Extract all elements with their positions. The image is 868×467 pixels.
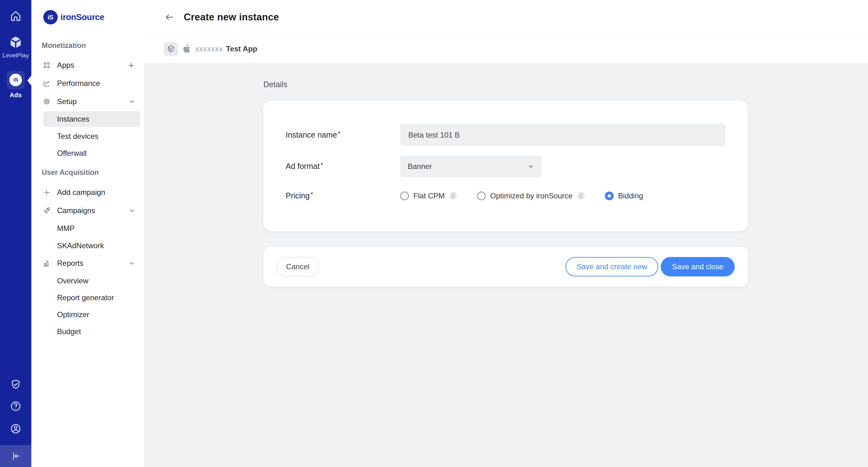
radio-unselected-icon[interactable] [400,192,409,200]
active-product-pointer [27,75,31,86]
sidebar-item-label: Report generator [57,293,114,302]
required-mark: * [338,130,341,137]
main-area: Create new instance xxxxxxx Test App [144,0,868,467]
ad-format-selected-value: Banner [408,162,432,171]
sidebar-item-label: Add campaign [57,188,105,197]
info-icon[interactable]: i [577,192,585,200]
save-and-create-new-button[interactable]: Save and create new [565,257,658,276]
performance-chart-icon [43,79,51,88]
page-content: Details Instance name* Ad format* Banner [144,63,868,467]
brand-logo[interactable]: iS ironSource [31,0,144,34]
ad-format-row: Ad format* Banner [286,156,725,177]
pricing-label: Pricing* [286,191,400,200]
sidebar-item-setup[interactable]: Setup [31,93,144,111]
collapse-sidebar-icon [10,451,21,462]
product-rail: LevelPlay iS Ads [0,0,31,467]
section-header-user-acquisition: User Acquisition [31,166,144,179]
sidebar-item-overview[interactable]: Overview [31,272,144,289]
levelplay-unity-icon [8,35,23,49]
home-icon [9,9,22,23]
rail-label-ads: Ads [10,92,22,99]
sidebar-item-label: Performance [57,79,100,88]
sidebar-item-label: Budget [57,327,81,336]
help-button[interactable] [0,400,31,412]
radio-unselected-icon[interactable] [477,192,486,200]
sidebar-item-label: Setup [57,97,77,106]
info-icon[interactable]: i [449,192,457,200]
cancel-button[interactable]: Cancel [276,257,319,276]
pricing-option-label: Optimized by ironSource [490,192,572,200]
brand-name: ironSource [61,12,104,22]
chevron-down-icon[interactable] [128,207,135,214]
back-button[interactable] [164,11,175,23]
app-context-bar: xxxxxxx Test App [144,34,868,63]
sidebar-item-label: Optimizer [57,310,89,319]
app-icon-placeholder [164,42,178,56]
apple-platform-icon [183,44,190,53]
instance-name-label: Instance name* [286,130,400,139]
sidebar-item-skadnetwork[interactable]: SKAdNetwork [31,237,144,254]
sidebar-item-mmp[interactable]: MMP [31,220,144,237]
sidebar-item-apps[interactable]: Apps [31,56,144,74]
sidebar-item-optimizer[interactable]: Optimizer [31,306,144,323]
rail-item-ads[interactable]: iS Ads [0,71,31,99]
required-mark: * [310,191,313,198]
sidebar-item-label: Campaigns [57,206,95,215]
sidebar-item-instances[interactable]: Instances [43,111,140,127]
pricing-option-optimized[interactable]: Optimized by ironSource i [477,192,585,200]
instance-name-row: Instance name* [286,124,725,146]
radio-selected-icon[interactable] [605,192,614,200]
cube-icon [167,44,175,53]
add-app-button[interactable] [127,61,135,69]
pricing-options: Flat CPM i Optimized by ironSource i Bid… [400,192,643,200]
sidebar-item-budget[interactable]: Budget [31,323,144,340]
pricing-option-label: Bidding [618,192,643,200]
details-card: Instance name* Ad format* Banner [264,101,748,231]
sidebar-item-test-devices[interactable]: Test devices [31,128,144,145]
rocket-icon [43,206,51,215]
pricing-option-bidding[interactable]: Bidding [605,192,643,200]
account-icon [10,423,22,435]
app-id-masked: xxxxxxx [195,44,223,53]
page-title: Create new instance [184,11,279,23]
sidebar-item-campaigns[interactable]: Campaigns [31,202,144,220]
home-button[interactable] [0,9,31,23]
sidebar-item-reports[interactable]: Reports [31,254,144,272]
rail-label-levelplay: LevelPlay [2,52,29,59]
apps-grid-icon [43,61,51,69]
sidebar-item-label: Overview [57,276,88,285]
privacy-button[interactable] [0,378,31,391]
app-name: Test App [226,44,257,53]
gear-icon [43,98,51,106]
save-and-close-button[interactable]: Save and close [661,257,735,276]
sidebar-item-add-campaign[interactable]: Add campaign [31,184,144,202]
ad-format-select[interactable]: Banner [400,156,542,177]
rail-item-levelplay[interactable]: LevelPlay [0,35,31,59]
sidebar-item-label: SKAdNetwork [57,241,104,250]
help-icon [10,400,22,412]
required-mark: * [320,161,323,169]
details-section-title: Details [264,80,868,89]
sidebar-item-offerwall[interactable]: Offerwall [31,145,144,162]
sidebar-item-label: Test devices [57,132,98,141]
pricing-option-flat-cpm[interactable]: Flat CPM i [400,192,457,200]
ironsource-logo-icon: iS [43,10,58,25]
pricing-row: Pricing* Flat CPM i Optimized by ironSou… [286,191,725,200]
sidebar-item-label: MMP [57,224,74,233]
sidebar-item-label: Apps [57,61,74,70]
chevron-down-icon[interactable] [128,98,135,105]
sidebar-item-label: Instances [57,115,89,124]
sidebar-item-report-generator[interactable]: Report generator [31,289,144,306]
sidebar: iS ironSource Monetization Apps [31,0,144,467]
ironsource-monogram-icon: iS [9,74,22,86]
shield-check-icon [10,378,22,391]
bar-chart-icon [43,259,51,267]
collapse-rail-button[interactable] [0,445,31,467]
instance-name-input[interactable] [400,124,725,146]
account-button[interactable] [0,423,31,435]
arrow-left-icon [164,11,175,23]
section-header-monetization: Monetization [31,39,144,52]
sidebar-item-performance[interactable]: Performance [31,74,144,93]
chevron-down-icon[interactable] [128,260,135,267]
plus-icon [43,188,51,197]
